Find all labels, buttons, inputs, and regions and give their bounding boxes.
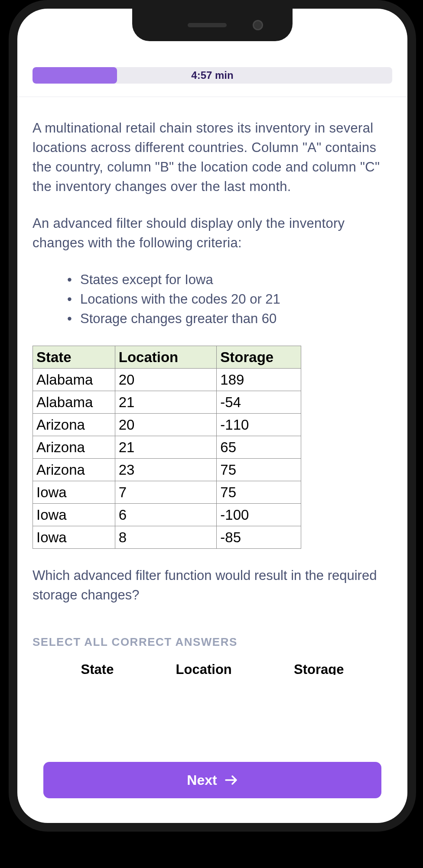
table-cell: 21 [115,391,217,414]
criteria-item: Storage changes greater than 60 [67,309,392,329]
table-cell: -110 [217,414,301,436]
table-cell: 75 [217,459,301,481]
table-cell: 7 [115,481,217,504]
table-cell: Iowa [33,526,115,549]
table-cell: 189 [217,369,301,391]
table-header-location: Location [115,346,217,369]
table-row: Iowa 8 -85 [33,526,301,549]
next-button-label: Next [187,772,217,788]
table-cell: 75 [217,481,301,504]
table-header-storage: Storage [217,346,301,369]
table-cell: Alabama [33,369,115,391]
answer-preview-col: State [81,662,114,675]
instruction-text: SELECT ALL CORRECT ANSWERS [33,635,392,649]
table-cell: Alabama [33,391,115,414]
table-cell: Iowa [33,481,115,504]
table-cell: 20 [115,414,217,436]
table-cell: 8 [115,526,217,549]
progress-section: 4:57 min [33,67,392,84]
table-row: Alabama 21 -54 [33,391,301,414]
phone-screen: 4:57 min A multinational retail chain st… [17,9,407,823]
speaker-icon [188,23,227,27]
table-header-state: State [33,346,115,369]
content-area: 4:57 min A multinational retail chain st… [17,9,407,823]
phone-frame: 4:57 min A multinational retail chain st… [9,0,416,832]
table-row: Arizona 23 75 [33,459,301,481]
next-button-container: Next [43,755,381,805]
table-header-row: State Location Storage [33,346,301,369]
phone-notch [132,9,293,41]
progress-fill [33,67,117,84]
question-intro: A multinational retail chain stores its … [33,119,392,197]
table-row: Alabama 20 189 [33,369,301,391]
table-row: Arizona 20 -110 [33,414,301,436]
table-cell: 6 [115,504,217,526]
answer-preview: State Location Storage [33,662,392,675]
table-row: Iowa 7 75 [33,481,301,504]
table-cell: Arizona [33,436,115,459]
table-cell: 23 [115,459,217,481]
table-cell: 20 [115,369,217,391]
question-followup: Which advanced filter function would res… [33,566,392,605]
data-table: State Location Storage Alabama 20 189 Al… [33,346,301,549]
answer-preview-col: Storage [294,662,344,675]
timer-text: 4:57 min [191,69,233,81]
table-row: Iowa 6 -100 [33,504,301,526]
table-cell: 65 [217,436,301,459]
table-cell: 21 [115,436,217,459]
criteria-list: States except for Iowa Locations with th… [33,270,392,329]
table-cell: -100 [217,504,301,526]
question-filter-intro: An advanced filter should display only t… [33,214,392,253]
table-cell: Arizona [33,459,115,481]
table-row: Arizona 21 65 [33,436,301,459]
table-cell: Arizona [33,414,115,436]
divider [17,97,407,97]
criteria-item: Locations with the codes 20 or 21 [67,290,392,309]
arrow-right-icon [225,774,238,786]
camera-icon [253,20,263,30]
table-cell: Iowa [33,504,115,526]
table-cell: -85 [217,526,301,549]
criteria-item: States except for Iowa [67,270,392,290]
table-cell: -54 [217,391,301,414]
answer-preview-col: Location [176,662,232,675]
next-button[interactable]: Next [43,762,381,798]
